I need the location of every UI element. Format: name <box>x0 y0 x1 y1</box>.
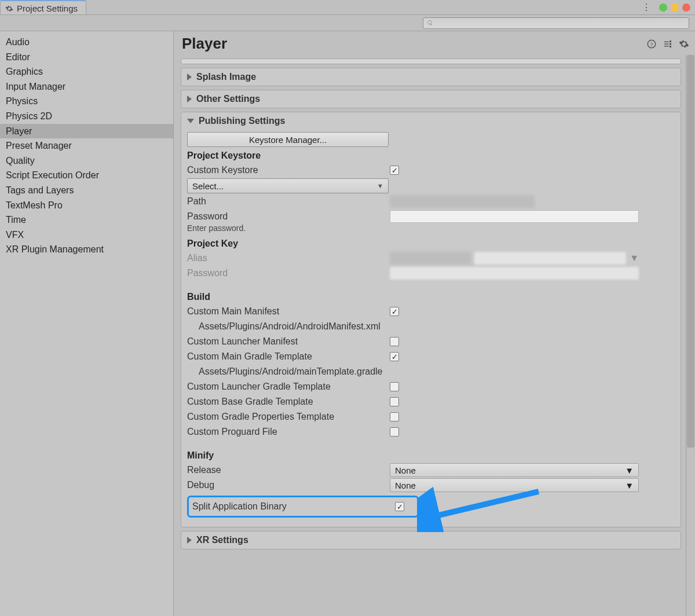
scrollbar-thumb[interactable] <box>687 55 694 448</box>
sidebar-item-editor[interactable]: Editor <box>0 50 173 65</box>
keystore-manager-button[interactable]: Keystore Manager... <box>187 132 389 147</box>
build-row-path: Assets/Plugins/Android/mainTemplate.grad… <box>187 366 383 377</box>
xr-settings-label: XR Settings <box>196 535 248 545</box>
vertical-scrollbar[interactable] <box>686 55 695 616</box>
split-binary-highlight: Split Application Binary <box>187 496 419 518</box>
page-title: Player <box>182 35 646 53</box>
chevron-down-icon <box>187 119 194 123</box>
sidebar-item-preset-manager[interactable]: Preset Manager <box>0 138 173 153</box>
keystore-select[interactable]: Select...▼ <box>187 178 389 193</box>
minify-release-select[interactable]: None▼ <box>390 463 639 477</box>
minify-title: Minify <box>187 450 675 461</box>
project-keystore-title: Project Keystore <box>187 151 675 161</box>
annotation-arrow-icon <box>417 486 550 532</box>
window-menu-icon[interactable]: ⋮ <box>637 2 656 13</box>
build-row: Custom Launcher Manifest <box>187 335 675 349</box>
build-row-label: Custom Main Gradle Template <box>187 351 390 362</box>
minimize-icon[interactable] <box>659 3 667 12</box>
alias-dropdown[interactable] <box>474 252 626 265</box>
chevron-down-icon: ▼ <box>625 481 634 490</box>
chevron-right-icon <box>187 537 192 544</box>
help-icon[interactable]: ? <box>646 39 657 49</box>
sidebar-item-physics-2d[interactable]: Physics 2D <box>0 109 173 124</box>
sidebar-item-player[interactable]: Player <box>0 124 173 139</box>
svg-text:?: ? <box>650 41 653 47</box>
project-key-title: Project Key <box>187 239 675 249</box>
split-binary-label: Split Application Binary <box>192 501 395 512</box>
build-row-label: Custom Gradle Properties Template <box>187 412 390 422</box>
toolbar <box>0 15 695 31</box>
search-input[interactable] <box>423 17 689 29</box>
window-tab-title: Project Settings <box>17 3 78 13</box>
chevron-down-icon: ▼ <box>630 253 639 263</box>
chevron-right-icon <box>187 96 192 102</box>
sidebar-item-tags-and-layers[interactable]: Tags and Layers <box>0 183 173 198</box>
custom-keystore-label: Custom Keystore <box>187 165 390 175</box>
settings-sidebar: AudioEditorGraphicsInput ManagerPhysicsP… <box>0 31 174 616</box>
sidebar-item-textmesh-pro[interactable]: TextMesh Pro <box>0 198 173 213</box>
keystore-password-input[interactable] <box>390 210 639 223</box>
alias-label: Alias <box>187 253 390 263</box>
build-row-label: Custom Launcher Gradle Template <box>187 382 390 392</box>
panel-xr-settings[interactable]: XR Settings <box>181 531 681 549</box>
build-row-label: Custom Launcher Manifest <box>187 336 390 347</box>
build-title: Build <box>187 292 675 302</box>
build-row-path: Assets/Plugins/Android/AndroidManifest.x… <box>187 321 381 332</box>
build-row: Custom Gradle Properties Template <box>187 410 675 424</box>
settings-gear-icon[interactable] <box>679 39 689 49</box>
sidebar-item-physics[interactable]: Physics <box>0 94 173 109</box>
key-password-label: Password <box>187 268 390 278</box>
sidebar-item-script-execution-order[interactable]: Script Execution Order <box>0 168 173 183</box>
maximize-icon[interactable] <box>671 3 679 12</box>
titlebar: Project Settings ⋮ <box>0 0 695 15</box>
build-row-checkbox[interactable] <box>390 397 399 406</box>
panel-other-settings[interactable]: Other Settings <box>181 90 681 108</box>
sidebar-item-graphics[interactable]: Graphics <box>0 64 173 79</box>
publishing-settings-header[interactable]: Publishing Settings <box>181 112 681 130</box>
publishing-settings-label: Publishing Settings <box>199 116 285 126</box>
gear-icon <box>5 5 13 13</box>
search-icon <box>427 20 433 26</box>
sidebar-item-vfx[interactable]: VFX <box>0 228 173 243</box>
build-row-label: Custom Base Gradle Template <box>187 397 390 407</box>
custom-keystore-checkbox[interactable] <box>390 166 399 175</box>
build-row-checkbox[interactable] <box>390 337 399 346</box>
other-settings-label: Other Settings <box>196 94 260 104</box>
window-tab[interactable]: Project Settings <box>0 0 86 14</box>
build-row-checkbox[interactable] <box>390 352 399 361</box>
sidebar-item-xr-plugin-management[interactable]: XR Plugin Management <box>0 242 173 257</box>
build-row: Custom Base Gradle Template <box>187 395 675 409</box>
path-label: Path <box>187 196 390 207</box>
build-row-checkbox[interactable] <box>390 412 399 421</box>
sidebar-item-input-manager[interactable]: Input Manager <box>0 79 173 94</box>
close-icon[interactable] <box>682 3 690 12</box>
minify-debug-label: Debug <box>187 480 390 490</box>
chevron-right-icon <box>187 74 192 80</box>
panel-splash-image[interactable]: Splash Image <box>181 68 681 86</box>
chevron-down-icon: ▼ <box>377 182 383 189</box>
splash-image-label: Splash Image <box>196 72 256 82</box>
preset-icon[interactable] <box>663 39 673 49</box>
minify-release-label: Release <box>187 465 390 475</box>
build-row: Custom Proguard File <box>187 425 675 439</box>
build-row-checkbox[interactable] <box>390 427 399 437</box>
alias-value <box>390 252 471 265</box>
path-value <box>390 195 535 208</box>
chevron-down-icon: ▼ <box>625 465 634 475</box>
build-row-checkbox[interactable] <box>390 382 399 391</box>
build-row-label: Custom Main Manifest <box>187 306 390 317</box>
sidebar-item-time[interactable]: Time <box>0 212 173 228</box>
build-row: Custom Main Manifest <box>187 305 675 318</box>
sidebar-item-audio[interactable]: Audio <box>0 35 173 50</box>
sidebar-item-quality[interactable]: Quality <box>0 153 173 168</box>
minify-debug-select[interactable]: None▼ <box>390 478 639 492</box>
password-label: Password <box>187 211 390 222</box>
split-binary-checkbox[interactable] <box>395 502 404 511</box>
password-helper: Enter password. <box>187 223 675 233</box>
key-password-input[interactable] <box>390 267 639 280</box>
build-row-checkbox[interactable] <box>390 307 399 316</box>
build-row-label: Custom Proguard File <box>187 427 390 437</box>
panel-top <box>181 58 681 64</box>
panel-publishing-settings: Publishing Settings Keystore Manager... … <box>181 112 681 527</box>
svg-line-2 <box>429 492 539 518</box>
